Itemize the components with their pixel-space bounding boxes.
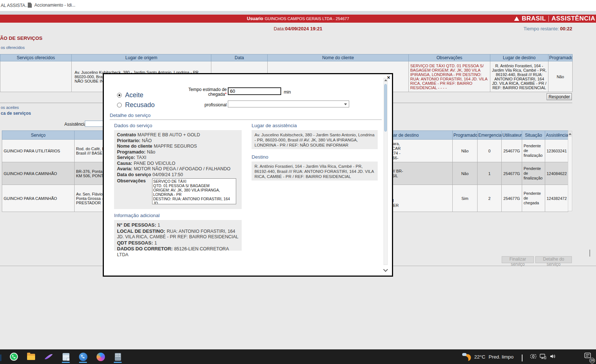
tempo-estimado-input[interactable] [228, 87, 281, 95]
weather-widget[interactable]: 22°C Pred. limpo [462, 352, 513, 362]
radio-aceite[interactable]: Aceite [117, 91, 143, 99]
weather-desc: Pred. limpo [489, 354, 513, 360]
field-dados-corretor: DADOS DO CORRETOR:85126-LIEN CORRETORA L… [117, 246, 239, 258]
browser-tab-partial[interactable]: AL ASSISTA... [1, 3, 29, 8]
notepad-icon[interactable] [61, 352, 71, 361]
dados-servico-title: Dados do serviço [114, 123, 242, 128]
offered-header-row: Serviços oferecidos Lugar de origem Data… [0, 54, 573, 61]
cell-programado: Não [548, 61, 573, 92]
radio-button-icon[interactable] [117, 103, 122, 107]
scroll-down-icon[interactable] [589, 250, 590, 256]
copilot-icon[interactable] [95, 352, 106, 361]
service-search-label: ca de serviços [1, 111, 31, 116]
modal-scrollbar[interactable] [384, 78, 388, 265]
taskbar: 22°C Pred. limpo 19:22 04/09/2024 28 [0, 349, 596, 364]
cell-emergencial: 1 [478, 162, 502, 185]
screen: AL ASSISTA... Accionamiento - Idi... Usu… [0, 0, 596, 364]
brand-name-right: ASSISTÊNCIA [551, 15, 595, 22]
radio-aceite-label: Aceite [125, 91, 143, 99]
responder-button[interactable]: Responder [547, 93, 572, 100]
cell-emergencial: 0 [478, 140, 502, 162]
speaker-icon[interactable] [550, 354, 556, 360]
cell-situacao: Pendente de chegada [522, 185, 545, 212]
title-underline [110, 120, 382, 120]
cell-servico: GUINCHO PARA CAMINHÃO [2, 185, 75, 212]
cell-servico: GUINCHO PARA CAMINHÃO [2, 162, 75, 185]
whatsapp-icon[interactable] [9, 352, 19, 361]
feather-pen-icon[interactable] [44, 352, 54, 361]
col-programado2: Programado [453, 131, 478, 140]
browser-tab[interactable]: Accionamiento - Idi... [28, 3, 75, 8]
tempo-unit-label: min [284, 90, 291, 95]
partial-app-icon[interactable] [0, 354, 1, 361]
assistencia-label: Assistência [64, 122, 87, 127]
profissional-select[interactable] [228, 101, 349, 107]
col-utilisateur: Utilisateur [502, 131, 522, 140]
lugar-assistencia-box: Av. Juscelino Kubitscheck, 380 - Jardim … [252, 130, 378, 149]
detalhe-section-title: Detalhe do serviço [110, 113, 151, 118]
info-adicional-box: N° DE PESSOAS:1 LOCAL DE DESTINO:RUA: AN… [114, 220, 242, 251]
radio-recusado[interactable]: Recusado [117, 101, 155, 109]
notifications-icon[interactable]: 28 [584, 353, 592, 361]
usuario-value: GUINCHOS CAMPOS GERAIS LTDA - 254677 [265, 16, 349, 21]
scrollbar-thumb[interactable] [384, 84, 387, 132]
radio-recusado-label: Recusado [125, 101, 155, 109]
observacoes-label: Observações [117, 178, 152, 204]
col-servicos-oferecidos: Serviços oferecidos [0, 54, 72, 61]
field-programado: Programado:Não [117, 149, 239, 155]
cell-utilisateur: 254677G [502, 140, 522, 162]
service-data-column: Dados do serviço ContratoMAPFRE E BB AUT… [114, 123, 242, 251]
radio-button-icon[interactable] [117, 93, 122, 98]
browser-chrome-band [0, 11, 596, 15]
field-observacoes: Observações SERVIÇO DE TÁXI QTD. 01 PESS… [117, 178, 239, 204]
cell-assistencia: 124084622 [545, 162, 568, 185]
detalhe-servico-button[interactable]: Detalhe do serviço [535, 256, 572, 263]
usuario-line: UsuarioGUINCHOS CAMPOS GERAIS LTDA - 254… [0, 15, 596, 23]
brand-divider [548, 16, 549, 22]
field-avaria: Avaria:MOTOR NÃO PEGA / AFOGADO / FALHAN… [117, 166, 239, 172]
destino-box: R. Antônio Forastieri, 164 - Jardim Vila… [252, 162, 378, 181]
calculator-icon[interactable] [113, 352, 123, 361]
observacoes-textarea[interactable]: SERVIÇO DE TÁXI QTD. 01 PESSOA S/ BAGAGE… [152, 178, 236, 204]
required-asterisk: * [225, 92, 227, 97]
profissional-label: profissional [190, 102, 227, 107]
file-explorer-icon[interactable] [26, 352, 36, 361]
field-servico: Serviço:TAXI [117, 155, 239, 161]
destino-title: Destino [252, 154, 378, 160]
field-nome-cliente: Nome do clienteMAPFRE SEGUROS [117, 144, 239, 149]
lugar-assistencia-title: Lugar de assistência [252, 123, 378, 128]
scroll-up-icon[interactable] [568, 131, 572, 137]
time-remaining: Tiempo restante:00:22 [524, 26, 572, 31]
locations-column: Lugar de assistência Av. Juscelino Kubit… [252, 123, 378, 181]
brand-triangle-icon [514, 16, 519, 21]
finalizar-servico-button[interactable]: Finalizar serviço [502, 256, 534, 263]
offered-services-label: os oferecidos [1, 45, 24, 50]
col-servico: Serviço [2, 131, 75, 140]
dados-servico-box: ContratoMAPFRE E BB AUTO + GOLD Priorita… [114, 130, 242, 209]
table-scrollbar[interactable] [568, 131, 572, 211]
chevron-up-icon[interactable] [522, 355, 523, 362]
phone-icon[interactable] [78, 352, 88, 361]
field-prioritario: Prioritario:NÃO [117, 138, 239, 144]
date-label: Data: [274, 26, 285, 31]
usuario-label: Usuario [247, 16, 263, 21]
scroll-up-icon[interactable] [384, 79, 387, 81]
brand-name-left: BRASIL [522, 15, 546, 22]
col-assistencia: Assistência [545, 131, 568, 140]
col-observacoes: Observações [409, 54, 490, 61]
col-programado: Programado [548, 54, 573, 61]
network-icon[interactable] [540, 354, 546, 361]
cell-programado: Sim [453, 185, 478, 212]
field-local-destino: LOCAL DE DESTINO:RUA: ANTONIO FORASTIRI,… [117, 228, 239, 240]
service-detail-modal: × Aceite Recusado Tempo estimado de cheg… [103, 73, 393, 277]
camera-icon[interactable] [530, 354, 536, 360]
cell-servico [0, 61, 72, 92]
cell-situacao: Pendente de finalização [522, 140, 545, 162]
cell-programado: Não [453, 140, 478, 162]
field-num-pessoas: N° DE PESSOAS:1 [117, 222, 239, 228]
time-remaining-value: 00:22 [560, 26, 572, 31]
app-header: UsuarioGUINCHOS CAMPOS GERAIS LTDA - 254… [0, 15, 596, 23]
date-value: 04/09/2024 19:21 [285, 26, 322, 31]
modal-scroll-down-icon[interactable] [383, 267, 388, 272]
col-data: Data [211, 54, 268, 61]
